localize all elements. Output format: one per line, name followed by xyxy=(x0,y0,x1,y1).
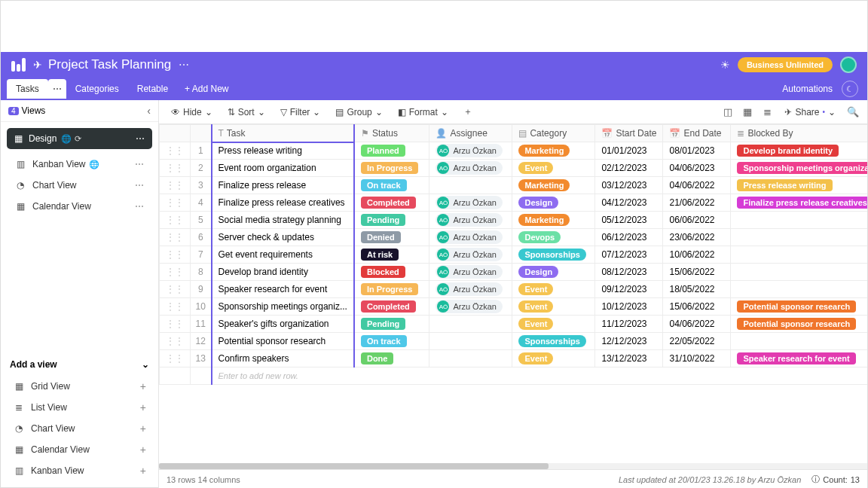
cell-assignee[interactable]: AÖArzu Özkan xyxy=(429,298,512,316)
cell-start-date[interactable]: 05/12/2023 xyxy=(595,212,663,229)
column-header-task[interactable]: TTask xyxy=(212,125,354,142)
drag-handle-icon[interactable]: ⋮⋮ xyxy=(160,177,191,194)
cell-blocked-by[interactable]: Speaker research for event xyxy=(731,350,867,368)
column-header-blocked-by[interactable]: ≣Blocked By xyxy=(731,125,867,142)
cell-blocked-by[interactable] xyxy=(731,246,867,264)
cell-status[interactable]: At risk xyxy=(354,246,429,264)
add-view-header[interactable]: Add a view ⌄ xyxy=(1,353,158,376)
cell-end-date[interactable]: 23/06/2022 xyxy=(663,229,731,246)
drag-handle-icon[interactable]: ⋮⋮ xyxy=(160,194,191,212)
cell-blocked-by[interactable]: Develop brand identity xyxy=(731,142,867,160)
cell-category[interactable]: Event xyxy=(512,160,595,177)
drag-handle-icon[interactable]: ⋮⋮ xyxy=(160,264,191,281)
drag-handle-icon[interactable]: ⋮⋮ xyxy=(160,212,191,229)
collapse-sidebar-icon[interactable]: ‹ xyxy=(147,105,151,117)
cell-category[interactable]: Design xyxy=(512,264,595,281)
cell-blocked-by[interactable]: Press release writing xyxy=(731,177,867,194)
table-row[interactable]: ⋮⋮ 4 Finalize press release creatives Co… xyxy=(160,194,868,212)
cell-assignee[interactable] xyxy=(429,177,512,194)
active-view-pill[interactable]: ▦ Design 🌐 ⟳ ⋯ xyxy=(7,128,152,149)
view-more-dots[interactable]: ⋯ xyxy=(135,180,145,191)
cell-start-date[interactable]: 10/12/2023 xyxy=(595,298,663,316)
tab-tasks[interactable]: Tasks xyxy=(7,79,48,99)
cell-status[interactable]: Completed xyxy=(354,194,429,212)
cell-assignee[interactable]: AÖArzu Özkan xyxy=(429,229,512,246)
table-row[interactable]: ⋮⋮ 3 Finalize press release On track Mar… xyxy=(160,177,868,194)
column-header-assignee[interactable]: 👤Assignee xyxy=(429,125,512,142)
format-button[interactable]: ◧Format⌄ xyxy=(392,104,454,120)
table-row[interactable]: ⋮⋮ 2 Event room organization In Progress… xyxy=(160,160,868,177)
cell-assignee[interactable]: AÖArzu Özkan xyxy=(429,281,512,298)
layout-icon-1[interactable]: ◫ xyxy=(720,104,736,120)
add-view-list-view[interactable]: ≣List View+ xyxy=(5,397,154,418)
cell-end-date[interactable]: 04/06/2022 xyxy=(663,177,731,194)
table-row[interactable]: ⋮⋮ 6 Server check & updates Denied AÖArz… xyxy=(160,229,868,246)
cell-blocked-by[interactable]: Potential sponsor research xyxy=(731,298,867,316)
view-item-chart-view[interactable]: ◔Chart View⋯ xyxy=(7,175,152,196)
layout-icon-2[interactable]: ▦ xyxy=(739,104,756,120)
cell-start-date[interactable]: 08/12/2023 xyxy=(595,264,663,281)
cell-assignee[interactable]: AÖArzu Özkan xyxy=(429,212,512,229)
cell-blocked-by[interactable]: Finalize press release creatives xyxy=(731,194,867,212)
view-more-dots[interactable]: ⋯ xyxy=(135,201,145,212)
cell-task[interactable]: Press release writing xyxy=(212,142,354,160)
add-column-button[interactable]: ＋ xyxy=(457,102,478,121)
cell-category[interactable]: Marketing xyxy=(512,142,595,160)
drag-handle-icon[interactable]: ⋮⋮ xyxy=(160,298,191,316)
cell-category[interactable]: Event xyxy=(512,298,595,316)
cell-status[interactable]: Pending xyxy=(354,212,429,229)
theme-toggle-icon[interactable]: ☀ xyxy=(720,59,730,71)
cell-category[interactable]: Marketing xyxy=(512,212,595,229)
table-row[interactable]: ⋮⋮ 12 Potential sponsor research On trac… xyxy=(160,333,868,350)
cell-end-date[interactable]: 10/06/2022 xyxy=(663,246,731,264)
cell-assignee[interactable]: AÖArzu Özkan xyxy=(429,246,512,264)
cell-start-date[interactable]: 03/12/2023 xyxy=(595,177,663,194)
add-view-kanban-view[interactable]: ▥Kanban View+ xyxy=(5,460,154,481)
cell-task[interactable]: Server check & updates xyxy=(212,229,354,246)
table-row[interactable]: ⋮⋮ 11 Speaker's gifts organization Pendi… xyxy=(160,316,868,333)
cell-end-date[interactable]: 15/06/2022 xyxy=(663,264,731,281)
cell-category[interactable]: Sponsorships xyxy=(512,333,595,350)
sort-button[interactable]: ⇅Sort⌄ xyxy=(222,104,271,120)
cell-start-date[interactable]: 09/12/2023 xyxy=(595,281,663,298)
cell-task[interactable]: Get event requirements xyxy=(212,246,354,264)
view-more-dots[interactable]: ⋯ xyxy=(136,133,145,144)
drag-handle-icon[interactable]: ⋮⋮ xyxy=(160,333,191,350)
tab-menu-dots[interactable]: ⋯ xyxy=(48,79,66,99)
cell-assignee[interactable] xyxy=(429,333,512,350)
table-row[interactable]: ⋮⋮ 8 Develop brand identity Blocked AÖAr… xyxy=(160,264,868,281)
tab-categories[interactable]: Categories xyxy=(66,79,128,99)
table-row[interactable]: ⋮⋮ 1 Press release writing Planned AÖArz… xyxy=(160,142,868,160)
cell-task[interactable]: Confirm speakers xyxy=(212,350,354,368)
column-header-start-date[interactable]: 📅Start Date xyxy=(595,125,663,142)
cell-blocked-by[interactable] xyxy=(731,281,867,298)
cell-status[interactable]: Denied xyxy=(354,229,429,246)
cell-end-date[interactable]: 21/06/2022 xyxy=(663,194,731,212)
cell-end-date[interactable]: 04/06/2023 xyxy=(663,160,731,177)
drag-handle-icon[interactable]: ⋮⋮ xyxy=(160,142,191,160)
share-button[interactable]: ✈Share•⌄ xyxy=(778,104,842,120)
cell-category[interactable]: Event xyxy=(512,350,595,368)
add-view-calendar-view[interactable]: ▦Calendar View+ xyxy=(5,439,154,460)
column-header-end-date[interactable]: 📅End Date xyxy=(663,125,731,142)
cell-blocked-by[interactable]: Potential sponsor research xyxy=(731,316,867,333)
cell-start-date[interactable]: 07/12/2023 xyxy=(595,246,663,264)
cell-end-date[interactable]: 04/06/2022 xyxy=(663,316,731,333)
project-menu-dots[interactable]: ⋯ xyxy=(179,59,190,71)
cell-blocked-by[interactable] xyxy=(731,333,867,350)
cell-start-date[interactable]: 12/12/2023 xyxy=(595,333,663,350)
cell-category[interactable]: Event xyxy=(512,316,595,333)
layout-icon-3[interactable]: ≣ xyxy=(759,104,775,120)
table-row[interactable]: ⋮⋮ 13 Confirm speakers Done Event 13/12/… xyxy=(160,350,868,368)
cell-status[interactable]: In Progress xyxy=(354,160,429,177)
hide-columns-button[interactable]: 👁Hide⌄ xyxy=(165,104,219,120)
cell-assignee[interactable] xyxy=(429,350,512,368)
cell-task[interactable]: Finalize press release xyxy=(212,177,354,194)
cell-status[interactable]: Planned xyxy=(354,142,429,160)
cell-end-date[interactable]: 15/06/2022 xyxy=(663,298,731,316)
cell-status[interactable]: On track xyxy=(354,177,429,194)
tab-retable[interactable]: Retable xyxy=(128,79,177,99)
add-view-grid-view[interactable]: ▦Grid View+ xyxy=(5,376,154,397)
cell-task[interactable]: Develop brand identity xyxy=(212,264,354,281)
cell-category[interactable]: Event xyxy=(512,281,595,298)
